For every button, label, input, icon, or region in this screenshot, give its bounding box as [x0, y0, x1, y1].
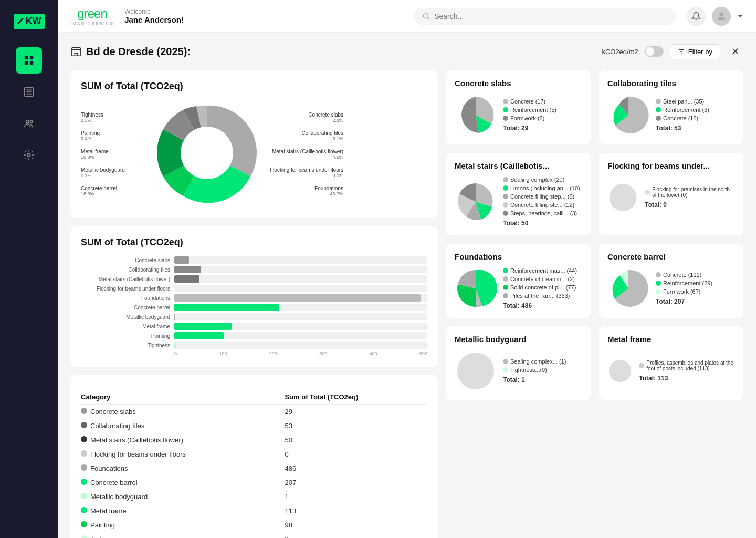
metal-frame-legend: Profiles, assemblies and plates at the f… [639, 360, 735, 382]
right-grid: Concrete slabs Concrete (17) Reinforceme… [446, 70, 743, 400]
bar-label: Tightness [81, 343, 170, 348]
concrete-slabs-title: Concrete slabs [455, 79, 582, 88]
svg-point-10 [27, 153, 30, 157]
bar-track [174, 266, 427, 273]
bar-label: Flocking for beams under floors [81, 286, 170, 292]
bar-label: Metal stairs (Caillebotis flower) [81, 276, 170, 282]
filter-button[interactable]: Filter by [670, 44, 720, 59]
user-name: Jane Anderson! [124, 15, 184, 24]
sidebar-item-list[interactable] [16, 79, 42, 105]
page-controls: kCO2eq/m2 Filter by ✕ [602, 43, 743, 60]
bar-row: Metal stairs (Caillebotis flower) [81, 275, 427, 283]
left-column: SUM of Total (TCO2eq) Tightness 0.3% Pai… [70, 70, 438, 538]
bar-label: Concrete barrel [81, 305, 170, 311]
page-header: Bd de Dresde (2025): kCO2eq/m2 Filter by… [70, 43, 743, 60]
flocking-pie-section: Flocking for premises in the north of th… [607, 177, 735, 219]
svg-rect-2 [25, 61, 28, 65]
right-column: Concrete slabs Concrete (17) Reinforceme… [446, 70, 743, 538]
building-icon [70, 46, 82, 57]
bar-fill [174, 266, 201, 273]
foundations-total: Total: 486 [503, 302, 577, 309]
unit-toggle[interactable] [645, 46, 664, 57]
svg-point-24 [457, 353, 494, 389]
collaborating-tiles-legend: Steel pan... (35) Reinforcement (3) Conc… [656, 98, 709, 132]
logo: KW [14, 14, 45, 29]
close-button[interactable]: ✕ [727, 43, 743, 60]
toggle-knob [646, 47, 654, 56]
table-row: Painting 98 [81, 518, 427, 532]
flocking-card: Flocking for beams under... Flocking for… [599, 153, 743, 235]
label-concrete-slabs: Concrete slabs 2.8% [270, 112, 343, 123]
notifications-button[interactable] [687, 7, 706, 26]
foundations-pie-section: Reinforcement mas... (44) Concrete of cl… [455, 267, 582, 309]
donut-section: Tightness 0.3% Painting 9.4% Metal frame… [81, 100, 427, 208]
metal-frame-pie [607, 350, 633, 392]
grid-icon [23, 55, 35, 66]
bar-fill [174, 332, 224, 339]
data-table: Category Sum of Total (TCO2eq) Concrete … [81, 390, 427, 538]
brand-sub: IMAGINEERING [70, 21, 114, 26]
foundations-pie [455, 267, 497, 309]
collaborating-tiles-total: Total: 53 [656, 125, 709, 132]
users-icon [23, 118, 35, 129]
sidebar: KW [0, 0, 58, 538]
dashboard: SUM of Total (TCO2eq) Tightness 0.3% Pai… [70, 70, 743, 538]
flocking-pie [607, 177, 638, 219]
metal-frame-card: Metal frame Profiles, assemblies and pla… [599, 326, 743, 400]
concrete-barrel-title: Concrete barrel [607, 252, 735, 261]
metallic-bodyguard-legend: Sealing complex... (1) Tightness...(0) T… [503, 358, 566, 384]
search-bar[interactable] [414, 8, 676, 25]
sidebar-item-users[interactable] [16, 110, 42, 137]
concrete-barrel-pie [607, 267, 649, 309]
avatar[interactable] [712, 7, 731, 26]
page-title: Bd de Dresde (2025): [70, 46, 602, 58]
label-metallic-bodyguard: Metallic bodyguard 0.1% [81, 167, 144, 178]
bar-chart: Concrete slabs Collaborating tiles Metal… [81, 256, 427, 349]
metal-stairs-total: Total: 50 [503, 220, 580, 227]
list-icon [23, 86, 35, 98]
bar-fill [174, 294, 421, 302]
header-actions [687, 7, 743, 26]
concrete-slabs-total: Total: 29 [503, 125, 556, 132]
table-card: Category Sum of Total (TCO2eq) Concrete … [70, 375, 438, 538]
search-input[interactable] [434, 12, 668, 20]
bar-track [174, 304, 427, 311]
logo-slash-icon [17, 17, 24, 25]
concrete-slabs-card: Concrete slabs Concrete (17) Reinforceme… [446, 70, 591, 144]
collaborating-tiles-pie [607, 94, 649, 136]
brand-logo: green IMAGINEERING [70, 6, 114, 26]
bar-fill [174, 304, 279, 311]
svg-rect-3 [30, 61, 33, 65]
bar-track [174, 256, 427, 264]
bar-row: Concrete barrel [81, 304, 427, 311]
svg-point-23 [610, 184, 637, 211]
bar-track [174, 342, 427, 349]
table-row: Concrete barrel 207 [81, 475, 427, 490]
sidebar-item-dashboard[interactable] [16, 47, 42, 74]
concrete-slabs-legend: Concrete (17) Reinforcement (5) Formwork… [503, 98, 556, 132]
filter-label: Filter by [688, 48, 712, 56]
metal-stairs-pie [455, 181, 497, 223]
settings-icon [23, 149, 35, 161]
bar-row: Collaborating tiles [81, 266, 427, 273]
sidebar-item-settings[interactable] [16, 142, 42, 168]
bar-fill [174, 313, 175, 320]
logo-text: KW [26, 16, 41, 27]
bar-axis: 0 100 200 300 400 500 [81, 351, 427, 356]
bar-label: Painting [81, 333, 170, 339]
donut-chart-title: SUM of Total (TCO2eq) [81, 81, 427, 92]
svg-point-9 [30, 120, 33, 123]
label-metal-stairs: Metal stairs (Caillebotis flower) 4.8% [270, 149, 343, 160]
bar-track [174, 294, 427, 302]
metal-stairs-legend: Sealing complex (20) Limons (including a… [503, 177, 580, 227]
bar-label: Concrete slabs [81, 257, 170, 263]
concrete-barrel-legend: Concrete (111) Reinforcement (29) Formwo… [656, 272, 712, 305]
donut-labels-left: Tightness 0.3% Painting 9.4% Metal frame… [81, 112, 144, 196]
bar-fill [174, 275, 200, 283]
concrete-barrel-total: Total: 207 [656, 298, 712, 305]
label-flocking: Flocking for beams under floors 0.0% [270, 167, 343, 178]
flocking-legend: Flocking for premises in the north of th… [645, 187, 735, 209]
metal-stairs-pie-section: Sealing complex (20) Limons (including a… [455, 177, 582, 227]
welcome-section: Welcome Jane Anderson! [124, 8, 184, 24]
brand-name: green [77, 6, 107, 21]
